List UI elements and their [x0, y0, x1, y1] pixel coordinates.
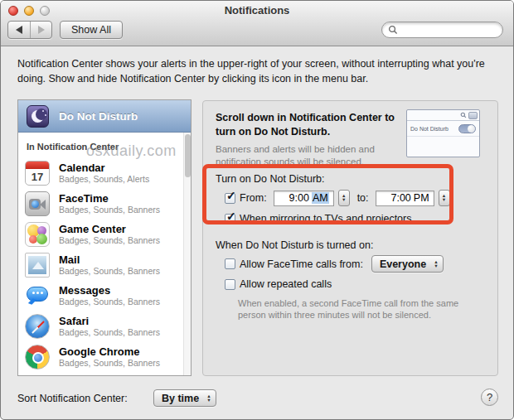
watermark: osxdaily.com [86, 142, 177, 160]
from-meridiem-value: AM [312, 192, 329, 204]
sort-label: Sort Notification Center: [17, 393, 128, 404]
mini-dnd-toggle [458, 124, 476, 133]
to-label: to: [357, 192, 369, 204]
show-all-button[interactable]: Show All [60, 21, 123, 39]
instruction-subtitle: Banners and alerts will be hidden and no… [216, 143, 419, 168]
back-button[interactable] [8, 22, 30, 38]
repeated-calls-checkbox[interactable] [225, 279, 235, 290]
sidebar-item-calendar[interactable]: 17 Calendar Badges, Sounds, Alerts [18, 157, 191, 188]
app-detail: Badges, Sounds, Banners [59, 205, 160, 215]
from-time-field[interactable]: 9:00 AM [274, 191, 334, 206]
sidebar-item-mail[interactable]: Mail Badges, Sounds, Banners [18, 249, 191, 280]
app-detail: Badges, Sounds, Banners [59, 327, 160, 338]
to-time-stepper[interactable]: ▲▼ [439, 190, 450, 206]
mini-search-icon [460, 112, 467, 118]
sidebar-scrollbar[interactable] [183, 133, 191, 375]
repeated-calls-note: When enabled, a second FaceTime call fro… [238, 297, 488, 321]
sidebar-item-facetime[interactable]: FaceTime Badges, Sounds, Banners [18, 188, 191, 219]
facetime-calls-row: Allow FaceTime calls from: Everyone ▲▼ [225, 255, 444, 273]
safari-icon [25, 314, 50, 339]
app-detail: Badges, Sounds, Banners [59, 358, 160, 369]
notification-center-preview: Do Not Disturb [406, 109, 480, 157]
app-detail: Badges, Sounds, Banners [59, 235, 160, 246]
repeated-calls-label: Allow repeated calls [240, 278, 332, 290]
app-name: Messages [59, 284, 160, 297]
notifications-preferences-window: Notifications Show All Notification Cent… [0, 0, 514, 420]
checkmark-icon: ✓ [226, 210, 236, 223]
calendar-icon: 17 [25, 161, 50, 186]
chrome-icon [25, 345, 50, 369]
search-icon [388, 25, 398, 35]
sidebar: Do Not Disturb In Notification Center 17… [17, 99, 192, 376]
schedule-row: ✓ From: 9:00 AM ▲▼ to: 7:00 PM ▲▼ [225, 190, 450, 206]
forward-arrow-icon [38, 26, 45, 34]
when-on-section-title: When Do Not Disturb is turned on: [216, 239, 373, 251]
facetime-calls-popup[interactable]: Everyone ▲▼ [371, 255, 444, 273]
sidebar-item-messages[interactable]: Messages Badges, Sounds, Banners [18, 280, 191, 311]
popup-value: By time [162, 393, 199, 404]
help-button[interactable]: ? [481, 389, 498, 406]
app-name: Calendar [59, 162, 149, 174]
forward-button [30, 22, 51, 38]
nav-segmented-control [7, 21, 52, 39]
sidebar-item-google-chrome[interactable]: Google Chrome Badges, Sounds, Banners [18, 341, 191, 372]
facetime-icon [25, 191, 50, 216]
window-title: Notifications [1, 4, 513, 17]
sidebar-item-game-center[interactable]: Game Center Badges, Sounds, Banners [18, 219, 191, 249]
app-list: 17 Calendar Badges, Sounds, Alerts FaceT… [18, 157, 191, 372]
instruction-title: Scroll down in Notification Center to tu… [216, 111, 413, 139]
app-detail: Badges, Sounds, Banners [59, 297, 160, 307]
settings-panel: Scroll down in Notification Center to tu… [202, 100, 498, 376]
search-input[interactable] [381, 22, 503, 38]
mirroring-label: When mirroring to TVs and projectors [240, 213, 412, 224]
from-time-stepper[interactable]: ▲▼ [338, 190, 350, 206]
moon-icon [27, 105, 49, 128]
scrollbar-thumb[interactable] [185, 134, 191, 177]
popup-arrows-icon: ▲▼ [206, 394, 211, 403]
checkmark-icon: ✓ [226, 189, 236, 202]
to-time-value: 7:00 [390, 192, 410, 204]
popup-value: Everyone [380, 258, 426, 270]
popup-arrows-icon: ▲▼ [434, 260, 438, 268]
app-detail: Badges, Sounds, Banners [59, 266, 160, 277]
window-header: Notifications Show All [1, 1, 513, 46]
from-time-value: 9:00 [289, 192, 309, 204]
app-detail: Badges, Sounds, Alerts [59, 174, 149, 185]
app-name: Safari [59, 315, 160, 327]
sort-popup[interactable]: By time ▲▼ [153, 389, 216, 407]
sidebar-item-do-not-disturb[interactable]: Do Not Disturb [18, 100, 191, 133]
app-name: Google Chrome [59, 345, 160, 358]
from-checkbox[interactable]: ✓ [225, 193, 235, 204]
mirroring-checkbox[interactable]: ✓ [225, 214, 235, 224]
to-meridiem-value: PM [414, 192, 429, 204]
to-time-field[interactable]: 7:00 PM [376, 191, 434, 206]
repeated-calls-row: Allow repeated calls [225, 278, 332, 290]
app-name: Game Center [59, 223, 160, 235]
mini-dnd-label: Do Not Disturb [410, 126, 449, 132]
schedule-section-title: Turn on Do Not Disturb: [216, 173, 325, 185]
sidebar-item-safari[interactable]: Safari Badges, Sounds, Banners [18, 311, 191, 341]
back-arrow-icon [16, 26, 22, 34]
game-center-icon [25, 222, 50, 247]
facetime-calls-label: Allow FaceTime calls from: [240, 258, 363, 270]
panel-description: Notification Center shows your alerts in… [17, 56, 505, 86]
from-label: From: [240, 192, 267, 204]
do-not-disturb-label: Do Not Disturb [59, 110, 138, 123]
mini-list-icon [468, 112, 478, 119]
app-name: Mail [59, 253, 160, 266]
facetime-calls-checkbox[interactable] [225, 258, 235, 269]
app-name: FaceTime [59, 192, 160, 205]
messages-icon [25, 283, 50, 308]
mail-icon [25, 253, 50, 278]
mirroring-row: ✓ When mirroring to TVs and projectors [225, 213, 412, 224]
